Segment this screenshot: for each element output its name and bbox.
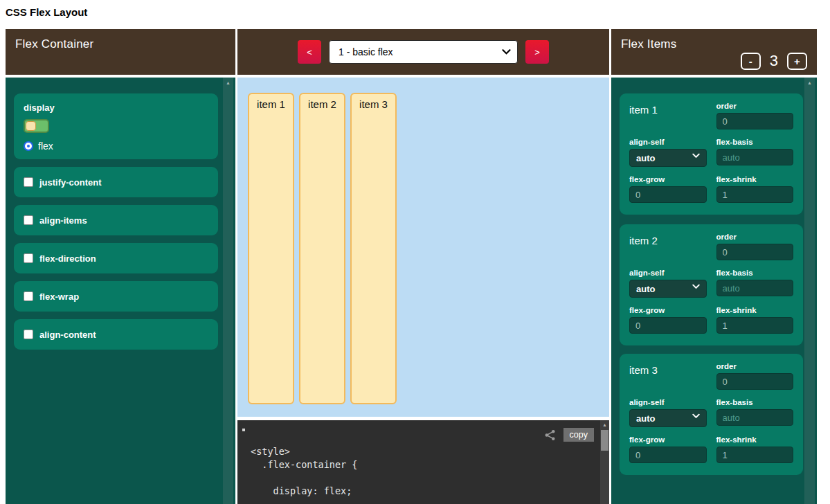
order-input[interactable]	[716, 373, 794, 390]
prev-example-button[interactable]: <	[298, 40, 321, 64]
flex-grow-label: flex-grow	[629, 175, 707, 183]
example-select[interactable]: 1 - basic flex	[329, 40, 518, 64]
scrollbar-thumb[interactable]	[601, 430, 608, 451]
item-count: 3	[770, 52, 778, 70]
next-example-button[interactable]: >	[525, 40, 549, 64]
radio-selected-icon[interactable]	[24, 141, 33, 151]
flex-shrink-label: flex-shrink	[716, 435, 794, 444]
remove-item-button[interactable]: -	[741, 53, 761, 70]
flex-shrink-input[interactable]	[716, 186, 794, 203]
flex-basis-input[interactable]	[716, 409, 794, 426]
property-card-align-content: align-content	[14, 319, 218, 350]
order-input[interactable]	[716, 244, 794, 260]
align-self-field: align-self auto	[629, 398, 707, 427]
code-cursor-dot	[242, 429, 245, 431]
preview-column: < 1 - basic flex > item 1 item 2 item 3 …	[237, 29, 609, 75]
flex-shrink-label: flex-shrink	[716, 175, 794, 183]
property-card-justify-content: justify-content	[14, 167, 218, 197]
order-field: order	[716, 362, 794, 390]
flex-container-title: Flex Container	[15, 37, 93, 51]
toggle-knob-icon	[26, 121, 36, 131]
flex-preview-container: item 1 item 2 item 3	[237, 78, 609, 417]
property-card-align-items: align-items	[14, 205, 218, 235]
align-content-checkbox[interactable]	[24, 330, 33, 339]
item-card-1: item 1 order align-self auto flex-basis	[620, 93, 803, 215]
flex-shrink-label: flex-shrink	[716, 306, 794, 314]
align-self-select[interactable]: auto	[629, 409, 707, 427]
align-self-label: align-self	[629, 398, 707, 406]
order-field: order	[716, 233, 794, 260]
align-self-field: align-self auto	[629, 138, 707, 167]
align-self-select[interactable]: auto	[629, 280, 707, 298]
property-card-flex-direction: flex-direction	[14, 243, 218, 273]
code-block: <style> .flex-container { display: flex;…	[237, 420, 609, 504]
item-counter: - 3 +	[741, 52, 807, 70]
property-label: align-items	[39, 215, 87, 226]
flex-container-header: Flex Container	[6, 29, 235, 75]
justify-content-checkbox[interactable]	[24, 177, 33, 187]
flex-container-panel: Flex Container display flex justify-cont…	[6, 29, 235, 75]
item-card-2: item 2 order align-self auto flex-basis	[620, 224, 803, 345]
flex-shrink-input[interactable]	[716, 447, 794, 463]
code-toolbar: copy	[544, 428, 594, 442]
order-input[interactable]	[716, 113, 794, 129]
flex-container-body: display flex justify-content align-items	[6, 78, 235, 504]
order-label: order	[716, 233, 794, 241]
flex-basis-label: flex-basis	[716, 269, 794, 277]
left-panel-scrollbar[interactable]: ▲	[223, 78, 233, 504]
copy-button[interactable]: copy	[563, 428, 594, 442]
property-label: justify-content	[39, 177, 102, 188]
flex-basis-input[interactable]	[716, 280, 794, 296]
right-panel-scrollbar[interactable]: ▲	[804, 78, 815, 504]
flex-grow-input[interactable]	[629, 447, 707, 463]
item-name: item 3	[629, 362, 707, 390]
property-card-flex-wrap: flex-wrap	[14, 281, 218, 312]
scroll-up-arrow-icon[interactable]: ▲	[600, 420, 609, 427]
flex-grow-input[interactable]	[629, 186, 707, 203]
flex-items-panel: Flex Items - 3 + item 1 order align-self…	[611, 29, 817, 75]
flex-basis-field: flex-basis	[716, 398, 794, 427]
flex-basis-input[interactable]	[716, 149, 794, 165]
order-label: order	[716, 362, 794, 370]
property-label: flex-direction	[39, 253, 96, 264]
example-nav: < 1 - basic flex >	[237, 29, 609, 75]
code-line: display: flex;	[251, 485, 609, 498]
align-self-field: align-self auto	[629, 269, 707, 298]
preview-flex-item: item 1	[248, 93, 294, 404]
flex-items-header: Flex Items - 3 +	[611, 29, 817, 75]
align-self-label: align-self	[629, 138, 707, 146]
display-toggle[interactable]	[24, 119, 49, 133]
code-scrollbar[interactable]: ▲	[600, 420, 609, 504]
align-self-label: align-self	[629, 269, 707, 277]
flex-basis-label: flex-basis	[716, 398, 794, 406]
scroll-up-arrow-icon[interactable]: ▲	[223, 78, 233, 85]
item-name: item 1	[629, 102, 707, 129]
code-line: <style>	[251, 445, 609, 458]
code-line	[251, 471, 609, 485]
flex-wrap-checkbox[interactable]	[24, 291, 33, 301]
align-self-select[interactable]: auto	[629, 149, 707, 167]
display-flex-radio-row[interactable]: flex	[24, 141, 208, 152]
flex-shrink-field: flex-shrink	[716, 175, 794, 203]
align-items-checkbox[interactable]	[24, 215, 33, 225]
flex-shrink-input[interactable]	[716, 317, 794, 334]
flex-grow-field: flex-grow	[629, 306, 707, 334]
flex-grow-field: flex-grow	[629, 435, 707, 463]
flex-grow-label: flex-grow	[629, 306, 707, 314]
flex-grow-field: flex-grow	[629, 175, 707, 203]
flex-shrink-field: flex-shrink	[716, 435, 794, 463]
property-label: align-content	[39, 330, 96, 340]
code-line: .flex-container {	[251, 458, 609, 471]
flex-items-body: item 1 order align-self auto flex-basis	[611, 78, 817, 504]
property-label: flex-wrap	[39, 291, 79, 302]
share-icon[interactable]	[544, 429, 556, 441]
display-label: display	[24, 102, 208, 113]
add-item-button[interactable]: +	[787, 53, 807, 70]
page-title: CSS Flex Layout	[6, 6, 87, 18]
scroll-up-arrow-icon[interactable]: ▲	[804, 78, 815, 85]
item-card-3: item 3 order align-self auto flex-basis	[620, 354, 803, 475]
flex-shrink-field: flex-shrink	[716, 306, 794, 334]
flex-grow-input[interactable]	[629, 317, 707, 334]
flex-basis-field: flex-basis	[716, 138, 794, 167]
flex-direction-checkbox[interactable]	[24, 253, 33, 263]
